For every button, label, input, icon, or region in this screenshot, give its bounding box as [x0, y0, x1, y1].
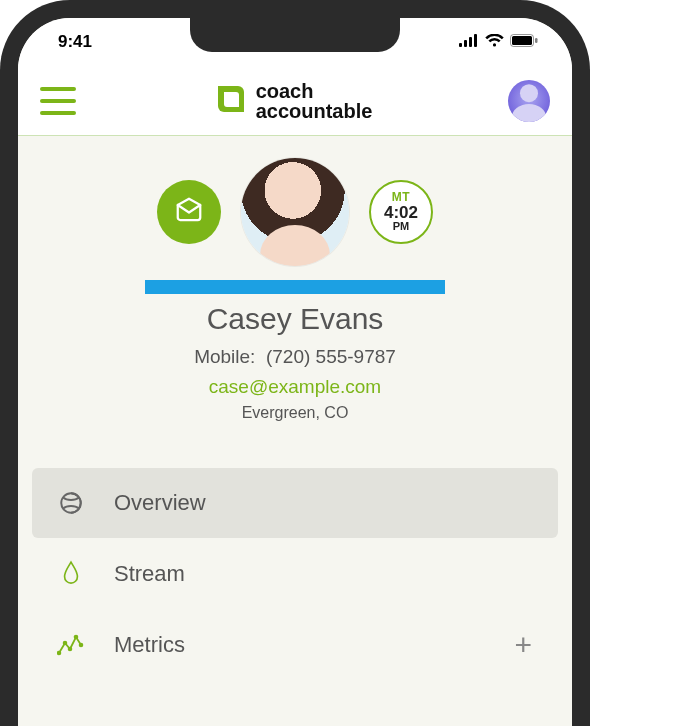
- brand-line2: accountable: [256, 101, 373, 121]
- profile-avatar-button[interactable]: [508, 80, 550, 122]
- status-time: 9:41: [58, 32, 92, 52]
- nav-label: Metrics: [114, 632, 185, 658]
- client-phone: Mobile: (720) 555-9787: [18, 346, 572, 368]
- stream-icon: [56, 560, 86, 588]
- client-profile: MT 4:02 PM Casey Evans Mobile: (720) 555…: [18, 136, 572, 422]
- svg-rect-3: [474, 34, 477, 47]
- nav-label: Stream: [114, 561, 185, 587]
- client-photo[interactable]: [241, 158, 349, 266]
- phone-frame: 9:41: [0, 0, 590, 726]
- svg-rect-2: [469, 37, 472, 47]
- cellular-icon: [459, 32, 479, 52]
- app-header: coach accountable: [18, 66, 572, 136]
- svg-point-11: [75, 636, 78, 639]
- svg-point-9: [64, 642, 67, 645]
- screen: 9:41: [18, 18, 572, 726]
- battery-icon: [510, 32, 538, 52]
- svg-rect-5: [512, 36, 532, 45]
- svg-point-8: [58, 652, 61, 655]
- progress-bar: [145, 280, 445, 294]
- notch: [190, 18, 400, 52]
- section-nav: Overview Stream Metrics +: [18, 468, 572, 680]
- svg-point-10: [69, 648, 72, 651]
- metrics-icon: [56, 633, 86, 657]
- overview-icon: [56, 490, 86, 516]
- client-name: Casey Evans: [18, 302, 572, 336]
- nav-item-stream[interactable]: Stream: [32, 538, 558, 610]
- nav-item-metrics[interactable]: Metrics +: [32, 610, 558, 680]
- menu-icon[interactable]: [40, 87, 76, 115]
- envelope-icon: [174, 195, 204, 229]
- message-button[interactable]: [157, 180, 221, 244]
- svg-point-12: [80, 644, 83, 647]
- nav-item-overview[interactable]: Overview: [32, 468, 558, 538]
- timezone-time: 4:02: [384, 204, 418, 222]
- timezone-ampm: PM: [393, 221, 410, 233]
- nav-label: Overview: [114, 490, 206, 516]
- svg-rect-1: [464, 40, 467, 47]
- timezone-badge[interactable]: MT 4:02 PM: [369, 180, 433, 244]
- brand-line1: coach: [256, 81, 373, 101]
- wifi-icon: [485, 32, 504, 52]
- client-email[interactable]: case@example.com: [18, 376, 572, 398]
- svg-rect-6: [535, 38, 538, 43]
- brand-logo[interactable]: coach accountable: [212, 80, 373, 122]
- timezone-label: MT: [392, 191, 410, 204]
- phone-label: Mobile:: [194, 346, 255, 367]
- phone-number: (720) 555-9787: [266, 346, 396, 367]
- add-metric-button[interactable]: +: [514, 628, 532, 662]
- brand-text: coach accountable: [256, 81, 373, 121]
- status-indicators: [459, 32, 538, 52]
- leaf-icon: [212, 80, 250, 122]
- client-location: Evergreen, CO: [18, 404, 572, 422]
- svg-rect-0: [459, 43, 462, 47]
